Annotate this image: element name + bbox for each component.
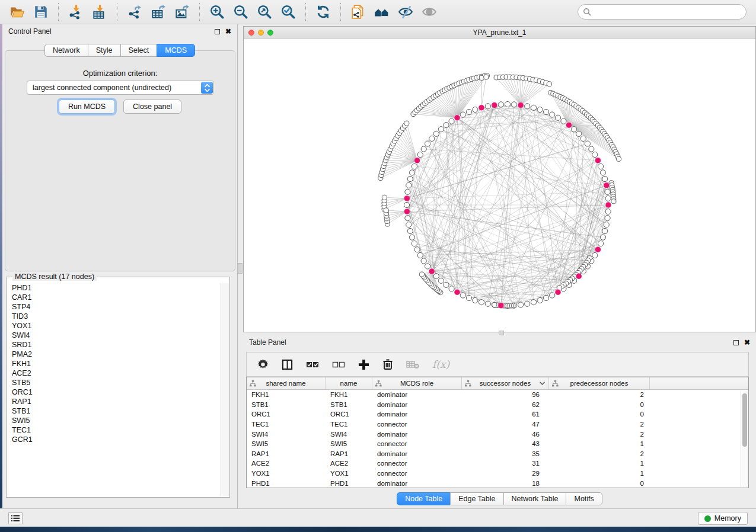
- tab-network-table[interactable]: Network Table: [503, 492, 567, 505]
- cell-shared_name[interactable]: PHD1: [247, 478, 326, 488]
- cell-shared_name[interactable]: FKH1: [247, 390, 326, 400]
- network-node[interactable]: [479, 75, 484, 80]
- show-panels-icon[interactable]: [420, 3, 438, 21]
- network-node[interactable]: [484, 75, 489, 79]
- network-node[interactable]: [602, 228, 608, 233]
- search-network-icon[interactable]: [373, 3, 391, 21]
- cell-name[interactable]: ACE2: [326, 459, 372, 469]
- network-node[interactable]: [537, 107, 543, 112]
- mcds-node-item[interactable]: SWI4: [7, 331, 221, 340]
- column-header-name[interactable]: name: [326, 377, 372, 389]
- mcds-node-item[interactable]: YOX1: [7, 321, 221, 331]
- mcds-hub-node[interactable]: [604, 182, 610, 188]
- cell-role[interactable]: dominator: [372, 390, 462, 400]
- cell-successors[interactable]: 96: [462, 390, 549, 400]
- network-node[interactable]: [444, 282, 449, 287]
- network-window-titlebar[interactable]: YPA_prune.txt_1: [244, 27, 755, 39]
- network-node[interactable]: [406, 182, 412, 188]
- network-node[interactable]: [409, 235, 414, 240]
- tab-network[interactable]: Network: [44, 44, 88, 57]
- table-row[interactable]: RAP1RAP1dominator352: [247, 449, 748, 459]
- network-node[interactable]: [425, 141, 430, 146]
- table-scrollbar[interactable]: [741, 390, 748, 487]
- cell-predecessors[interactable]: 2: [549, 429, 650, 439]
- network-node[interactable]: [384, 208, 388, 213]
- network-node[interactable]: [421, 258, 426, 264]
- network-node[interactable]: [449, 118, 454, 124]
- cell-name[interactable]: FKH1: [326, 390, 372, 400]
- network-node[interactable]: [414, 247, 420, 252]
- cell-shared_name[interactable]: RAP1: [247, 449, 326, 459]
- mcds-hub-node[interactable]: [595, 158, 601, 164]
- cell-role[interactable]: connector: [372, 419, 462, 430]
- export-image-icon[interactable]: [173, 3, 191, 21]
- tab-node-table[interactable]: Node Table: [397, 492, 451, 505]
- network-node[interactable]: [485, 104, 490, 109]
- cell-shared_name[interactable]: SWI5: [247, 439, 326, 449]
- mcds-node-item[interactable]: SWI5: [7, 416, 221, 425]
- network-node[interactable]: [438, 278, 444, 283]
- network-node[interactable]: [531, 105, 536, 110]
- tab-mcds[interactable]: MCDS: [157, 44, 195, 57]
- network-node[interactable]: [419, 272, 424, 277]
- splitter-handle[interactable]: [238, 263, 243, 274]
- cell-successors[interactable]: 18: [462, 478, 549, 488]
- search-input[interactable]: [578, 4, 747, 20]
- delete-table-icon[interactable]: [406, 360, 419, 369]
- network-node[interactable]: [407, 228, 413, 233]
- memory-button[interactable]: Memory: [698, 512, 748, 525]
- optimization-criterion-select[interactable]: largest connected component (undirected): [27, 81, 214, 95]
- network-node[interactable]: [407, 176, 413, 181]
- column-header-MCDS-role[interactable]: MCDS role: [372, 377, 462, 389]
- mcds-node-item[interactable]: STB5: [7, 378, 221, 387]
- table-row[interactable]: SWI4SWI4dominator462: [247, 429, 748, 439]
- save-session-icon[interactable]: [32, 3, 50, 21]
- network-node[interactable]: [429, 136, 435, 141]
- table-row[interactable]: STB1STB1dominator620: [247, 400, 748, 410]
- network-node[interactable]: [605, 209, 611, 214]
- cell-role[interactable]: connector: [372, 439, 462, 449]
- mcds-hub-node[interactable]: [414, 158, 420, 164]
- network-node[interactable]: [512, 102, 517, 107]
- run-mcds-button[interactable]: Run MCDS: [59, 100, 115, 114]
- mcds-node-item[interactable]: TEC1: [7, 425, 221, 435]
- cell-predecessors[interactable]: 2: [549, 419, 650, 430]
- export-table-icon[interactable]: [149, 3, 167, 21]
- network-node[interactable]: [602, 176, 608, 181]
- network-node[interactable]: [605, 189, 610, 194]
- network-node[interactable]: [543, 109, 548, 114]
- cell-successors[interactable]: 62: [462, 400, 549, 410]
- zoom-out-icon[interactable]: [232, 3, 250, 21]
- cell-shared_name[interactable]: TEC1: [247, 419, 326, 430]
- cell-name[interactable]: PHD1: [326, 478, 372, 488]
- network-node[interactable]: [576, 131, 582, 136]
- network-node[interactable]: [466, 109, 471, 114]
- mcds-node-item[interactable]: TID3: [7, 312, 221, 321]
- network-node[interactable]: [444, 123, 449, 128]
- mcds-hub-node[interactable]: [498, 303, 504, 309]
- network-node[interactable]: [412, 164, 417, 169]
- table-row[interactable]: PHD1PHD1dominator180: [247, 478, 748, 488]
- tab-select[interactable]: Select: [120, 44, 158, 57]
- mcds-node-item[interactable]: CAR1: [7, 293, 221, 302]
- cell-successors[interactable]: 61: [462, 409, 549, 419]
- splitter-handle[interactable]: [499, 331, 504, 335]
- mcds-node-item[interactable]: STP4: [7, 302, 221, 312]
- network-node[interactable]: [417, 152, 423, 157]
- network-node[interactable]: [598, 164, 603, 169]
- network-node[interactable]: [473, 297, 478, 303]
- network-node[interactable]: [449, 286, 454, 291]
- network-node[interactable]: [550, 293, 555, 298]
- cell-name[interactable]: ORC1: [326, 409, 372, 419]
- mcds-node-item[interactable]: ACE2: [7, 368, 221, 378]
- open-file-icon[interactable]: [8, 3, 26, 21]
- cell-name[interactable]: TEC1: [326, 419, 372, 430]
- select-all-icon[interactable]: [306, 360, 319, 368]
- scrollbar-thumb[interactable]: [742, 393, 747, 447]
- vertical-splitter[interactable]: [238, 24, 243, 508]
- network-node[interactable]: [543, 295, 548, 300]
- cell-name[interactable]: RAP1: [326, 449, 372, 459]
- cell-predecessors[interactable]: 2: [549, 390, 650, 400]
- column-header-successor-nodes[interactable]: successor nodes: [462, 377, 549, 389]
- network-node[interactable]: [473, 107, 478, 112]
